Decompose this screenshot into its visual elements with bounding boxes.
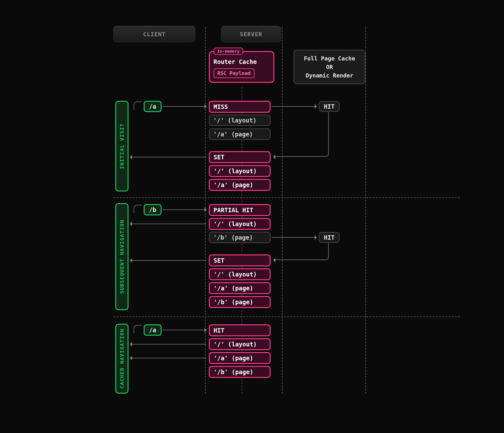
divider-vertical [282, 27, 283, 394]
state-miss: MISS [209, 101, 271, 113]
segment-page-dark: '/a' (page) [209, 128, 271, 140]
server-cache-box: Full Page Cache OR Dynamic Render [294, 50, 365, 84]
divider-horizontal [113, 197, 460, 198]
segment-page-pink: '/b' (page) [209, 296, 271, 308]
segment-page-pink: '/a' (page) [209, 179, 271, 191]
state-set: SET [209, 254, 271, 266]
column-header-client: CLIENT [113, 26, 195, 42]
router-cache-sub: RSC Payload [214, 68, 255, 78]
server-cache-line: Dynamic Render [297, 71, 362, 80]
segment-layout-pink: '/' (layout) [209, 338, 271, 350]
route-chip: /a [144, 324, 162, 336]
arrow-left [132, 260, 207, 261]
arrow-left [132, 344, 207, 345]
state-hit: HIT [209, 324, 271, 336]
segment-layout-pink: '/' (layout) [209, 218, 271, 230]
arrow-right [163, 209, 204, 210]
divider-vertical [365, 27, 366, 394]
section-label-subsequent: SUBSEQUENT NAVIGATION [115, 203, 129, 310]
section-label-cached: CACHED NAVIGATION [115, 324, 129, 394]
server-cache-line: Full Page Cache [297, 54, 362, 63]
router-cache-tag: In-memory [214, 48, 243, 55]
segment-layout-pink: '/' (layout) [209, 268, 271, 280]
arrow-left [132, 358, 207, 358]
segment-page-dark: '/b' (page) [209, 232, 271, 243]
route-chip: /a [144, 101, 162, 112]
column-header-server: SERVER [221, 26, 281, 42]
router-cache-title: Router Cache [214, 58, 270, 65]
server-hit: HIT [319, 101, 340, 112]
arrowhead-left-icon [271, 155, 275, 159]
arrow-right [272, 237, 314, 238]
diagram-stage: CLIENT SERVER In-memory Router Cache RSC… [0, 0, 504, 433]
connector-curve [134, 205, 142, 213]
state-set: SET [209, 151, 271, 163]
segment-page-pink: '/a' (page) [209, 282, 271, 294]
arrow-left [132, 157, 207, 157]
arrow-right [163, 106, 204, 107]
connector-elbow [275, 243, 329, 260]
arrowhead-left-icon [271, 258, 275, 262]
arrow-right [163, 330, 204, 330]
arrow-right [272, 106, 314, 107]
section-label-initial: INITIAL VISIT [115, 101, 129, 191]
divider-horizontal [113, 316, 460, 317]
state-partial-hit: PARTIAL HIT [209, 204, 271, 216]
server-hit: HIT [319, 232, 340, 243]
segment-layout-dark: '/' (layout) [209, 115, 271, 126]
route-chip: /b [144, 204, 162, 215]
router-cache-box: In-memory Router Cache RSC Payload [209, 51, 274, 83]
server-cache-line: OR [297, 63, 362, 71]
connector-curve [134, 325, 142, 333]
segment-page-pink: '/b' (page) [209, 366, 271, 378]
arrow-left [132, 224, 207, 224]
segment-page-pink: '/a' (page) [209, 352, 271, 364]
connector-curve [134, 101, 142, 110]
connector-elbow [275, 112, 329, 157]
segment-layout-pink: '/' (layout) [209, 165, 271, 177]
